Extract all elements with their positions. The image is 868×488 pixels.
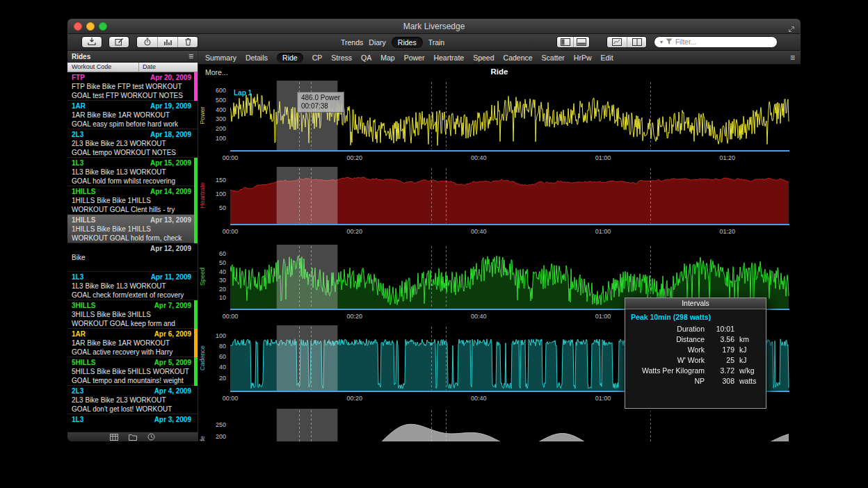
analysis-tab-cadence[interactable]: Cadence [504,54,533,62]
analysis-tab-cp[interactable]: CP [312,54,323,62]
y-tick-label: 10 [207,294,226,301]
panel-left-icon [561,36,570,48]
ride-list-item[interactable]: 1L3Apr 3, 2009 [67,414,198,432]
analysis-tab-heartrate[interactable]: Heartrate [433,54,464,62]
y-tick-label: 300 [207,115,226,122]
ride-code: 1AR [72,330,86,339]
nav-tab-rides[interactable]: Rides [392,37,423,48]
intervals-popup: Intervals Peak 10min (298 watts) Duratio… [625,298,766,409]
x-tick-label: 00:20 [342,395,367,402]
nav-tab-trends[interactable]: Trends [341,38,363,47]
analysis-tab-scatter[interactable]: Scatter [542,54,565,62]
trash-icon [184,36,192,48]
analysis-tab-power[interactable]: Power [404,54,425,62]
table-view-icon[interactable] [110,434,118,441]
interval-stat-row: NP308watts [631,376,760,387]
analysis-tab-speed[interactable]: Speed [473,54,494,62]
ride-list-item[interactable]: 1HILLSApr 13, 20091HILLS Bike Bike 1HILL… [67,215,198,243]
single-view-button[interactable] [607,37,627,47]
ride-description: GOAL active recovery with Harry [72,348,191,357]
ride-list-item[interactable]: 1ARApr 6, 20091AR Bike Bike 1AR WORKOUTG… [67,329,198,357]
ride-date: Apr 19, 2009 [150,101,191,111]
analysis-tab-qa[interactable]: QA [361,54,371,62]
power-axis-title: Power [199,92,206,139]
stat-value: 3.72 [709,366,734,376]
sidebar-toggle-group [556,36,590,48]
stat-value: 179 [709,345,734,355]
layout-toggle-group [606,36,647,48]
analysis-tab-hrpw[interactable]: HrPw [574,54,592,62]
x-tick-label: 01:20 [715,154,740,161]
ride-description: 1L3 Bike Bike 1L3 WORKOUT [72,282,191,291]
analysis-tab-ride[interactable]: Ride [277,53,303,63]
analysis-tab-edit[interactable]: Edit [601,54,613,62]
interval-stat-row: Distance3.56km [631,334,760,345]
ride-list-item[interactable]: 1HILLSApr 14, 20091HILLS Bike Bike 1HILL… [67,186,198,215]
y-tick-label: 100 [207,190,226,197]
nav-tab-train[interactable]: Train [428,38,445,47]
compose-icon [115,36,124,49]
ride-list-item[interactable]: 1L3Apr 15, 20091L3 Bike Bike 1L3 WORKOUT… [67,158,198,186]
ride-description: GOAL easy spim before hard work [72,120,191,129]
ride-description: WORKOUT GOAL hold form, check [72,234,191,243]
stat-unit: kJ [739,345,760,355]
ride-color-strip [194,158,198,186]
ride-list-item[interactable]: 5HILLSApr 5, 20095HILLS Bike Bike 5HILLS… [67,357,198,386]
x-tick-label: 01:00 [590,228,616,235]
window-titlebar[interactable]: Mark Liversedge [67,19,801,34]
edit-ride-button[interactable] [108,36,129,48]
close-button[interactable] [74,22,82,31]
panel-bottom-icon [577,36,586,48]
ride-list-item[interactable]: Apr 12, 2009Bike [67,243,198,272]
analysis-tab-map[interactable]: Map [380,54,394,62]
heartrate-plot [230,167,789,225]
more-link[interactable]: More... [205,68,228,76]
save-ride-button[interactable] [81,36,102,48]
y-tick-label: 50 [207,204,226,211]
analysis-tab-stress[interactable]: Stress [331,54,352,62]
y-tick-label: 150 [207,177,226,184]
ride-list-item[interactable]: 2L3Apr 18, 20092L3 Bike Bike 2L3 WORKOUT… [67,129,198,158]
nav-tab-diary[interactable]: Diary [369,38,386,47]
analysis-tab-summary[interactable]: Summary [205,54,236,62]
analysis-tab-details[interactable]: Details [246,54,268,62]
x-tick-label: 00:40 [466,228,491,235]
ride-date: Apr 3, 2009 [154,415,191,424]
toggle-bottombar-button[interactable] [573,37,589,47]
minimize-button[interactable] [86,22,95,31]
delete-ride-button[interactable] [177,37,198,47]
y-tick-label: 80 [207,343,226,350]
filter-field[interactable]: ▾ Filter... [654,36,778,48]
ride-code: 1L3 [72,158,83,168]
zoom-button[interactable] [99,22,107,31]
x-tick-label: 00:00 [218,228,243,235]
tabs-menu-icon[interactable]: ≡ [790,53,795,63]
cursor-tooltip: 486.0 Power00:07:38 [297,92,344,113]
folder-icon[interactable] [129,434,137,441]
ride-list-item[interactable]: 1L3Apr 11, 20091L3 Bike Bike 1L3 WORKOUT… [67,272,198,300]
tooltip-power-value: 486.0 Power [301,94,340,102]
altitude-plot-canvas[interactable] [230,409,789,441]
heartrate-plot-canvas[interactable] [230,167,789,225]
ride-list-item[interactable]: FTPApr 20, 2009FTP Bike Bike FTP test WO… [67,72,198,101]
ride-list-item[interactable]: 1ARApr 19, 20091AR Bike Bike 1AR WORKOUT… [67,101,198,129]
list-column-headers: Workout Code Date [67,63,198,72]
intervals-button[interactable] [157,37,177,47]
interval-stat-row: Watts Per Kilogram3.72w/kg [631,366,760,376]
interval-stats: Duration10:01Distance3.56kmWork179kJW' W… [631,324,760,387]
app-window: Mark Liversedge TrendsDiaryRidesTrain [67,19,801,441]
column-date[interactable]: Date [138,63,156,72]
sidebar-menu-icon[interactable]: ≡ [188,51,193,63]
intervals-bars-icon [163,36,172,48]
toggle-sidebar-button[interactable] [557,37,573,47]
stat-label: Work [631,345,705,355]
clock-icon[interactable] [147,433,155,441]
intervals-popup-title[interactable]: Intervals [625,298,766,309]
interval-stat-row: Duration10:01 [631,324,760,334]
ride-list-item[interactable]: 2L3Apr 4, 20092L3 Bike Bike 2L3 WORKOUTG… [67,386,198,414]
stopwatch-button[interactable] [137,37,157,47]
column-workout-code[interactable]: Workout Code [72,63,111,72]
ride-color-strip [194,300,198,329]
ride-list-item[interactable]: 3HILLSApr 7, 20093HILLS Bike Bike 3HILLS… [67,300,198,329]
tiled-view-button[interactable] [627,37,646,47]
